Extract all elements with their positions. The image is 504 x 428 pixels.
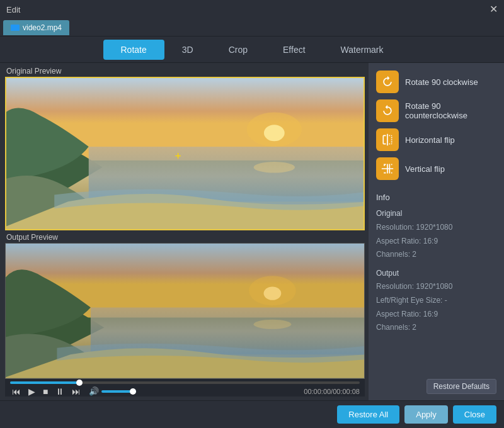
svg-point-10: [254, 320, 292, 329]
svg-text:+: +: [175, 150, 181, 162]
volume-slider[interactable]: [101, 390, 136, 393]
vflip-label: Vertical flip: [405, 164, 445, 174]
preview-panel: Original Preview: [0, 63, 369, 400]
skip-to-start-button[interactable]: ⏮: [10, 386, 23, 397]
original-channels: Channels: 2: [376, 248, 496, 262]
rotate-cw-button[interactable]: Rotate 90 clockwise: [376, 69, 496, 94]
info-section: Info Original Resolution: 1920*1080 Aspe…: [376, 190, 496, 340]
original-info-label: Original: [376, 207, 496, 221]
right-panel: Rotate 90 clockwise Rotate 90 counterclo…: [369, 63, 504, 400]
rotate-ccw-label: Rotate 90 counterclockwise: [405, 101, 496, 120]
progress-fill: [10, 381, 80, 384]
svg-point-8: [264, 286, 282, 300]
pause-button[interactable]: ⏸: [54, 386, 66, 397]
file-tab-bar: video2.mp4: [0, 19, 504, 37]
tab-effect[interactable]: Effect: [265, 40, 323, 60]
original-aspect-ratio: Aspect Ratio: 16:9: [376, 235, 496, 249]
file-tab-label: video2.mp4: [23, 23, 62, 32]
original-info-group: Resolution: 1920*1080 Aspect Ratio: 16:9…: [376, 221, 496, 262]
close-button[interactable]: Close: [453, 405, 496, 424]
output-channels: Channels: 2: [376, 321, 496, 335]
original-resolution: Resolution: 1920*1080: [376, 221, 496, 235]
original-video-frame: +: [5, 77, 365, 230]
output-eye-size: Left/Right Eye Size: -: [376, 294, 496, 308]
tab-3d[interactable]: 3D: [164, 40, 211, 60]
original-video-svg: +: [6, 78, 364, 229]
output-resolution: Resolution: 1920*1080: [376, 280, 496, 294]
rotate-cw-label: Rotate 90 clockwise: [405, 77, 478, 87]
rotate-ccw-button[interactable]: Rotate 90 counterclockwise: [376, 98, 496, 123]
progress-thumb: [76, 380, 83, 386]
info-header: Info: [376, 190, 496, 205]
output-video-svg: [6, 244, 364, 378]
svg-point-2: [264, 125, 285, 141]
original-preview: +: [5, 77, 365, 230]
svg-point-4: [254, 162, 295, 172]
tab-crop[interactable]: Crop: [211, 40, 265, 60]
file-tab[interactable]: video2.mp4: [3, 20, 69, 35]
title-bar: Edit ✕: [0, 0, 504, 19]
vflip-svg: [381, 162, 394, 175]
rotate-cw-icon: [376, 70, 399, 93]
hflip-icon: [376, 128, 399, 151]
hflip-label: Horizontal flip: [405, 135, 455, 145]
restore-defaults-button[interactable]: Restore Defaults: [427, 379, 496, 394]
tab-rotate[interactable]: Rotate: [103, 40, 164, 60]
volume-icon: 🔊: [89, 386, 99, 396]
output-preview-label: Output Preview: [5, 233, 365, 242]
original-preview-label: Original Preview: [5, 67, 365, 76]
play-button[interactable]: ▶: [26, 386, 37, 397]
skip-to-end-button[interactable]: ⏭: [70, 386, 83, 397]
output-aspect-ratio: Aspect Ratio: 16:9: [376, 308, 496, 322]
rotate-ccw-icon: [376, 99, 399, 122]
output-preview: ⏮ ▶ ■ ⏸ ⏭ 🔊 00:00:00/00:00:08: [5, 243, 365, 397]
stop-button[interactable]: ■: [41, 386, 50, 397]
hflip-svg: [381, 133, 394, 146]
rotate-ccw-svg: [381, 104, 394, 117]
bottom-bar: Restore All Apply Close: [0, 400, 504, 428]
controls-row: ⏮ ▶ ■ ⏸ ⏭ 🔊 00:00:00/00:00:08: [10, 386, 360, 397]
edit-tabs: Rotate 3D Crop Effect Watermark: [0, 37, 504, 63]
tab-watermark[interactable]: Watermark: [323, 40, 401, 60]
vflip-icon: [376, 157, 399, 180]
file-icon: [11, 25, 20, 31]
hflip-button[interactable]: Horizontal flip: [376, 127, 496, 152]
main-content: Original Preview: [0, 63, 504, 400]
progress-bar[interactable]: [10, 381, 360, 384]
output-video-frame: [5, 243, 365, 379]
close-window-button[interactable]: ✕: [490, 4, 498, 14]
volume-thumb: [130, 388, 136, 395]
time-display: 00:00:00/00:00:08: [304, 388, 360, 395]
video-controls: ⏮ ▶ ■ ⏸ ⏭ 🔊 00:00:00/00:00:08: [5, 379, 365, 397]
apply-button[interactable]: Apply: [404, 405, 448, 424]
restore-all-button[interactable]: Restore All: [337, 405, 399, 424]
title-bar-title: Edit: [6, 5, 20, 14]
output-info-label: Output: [376, 267, 496, 281]
output-info-group: Resolution: 1920*1080 Left/Right Eye Siz…: [376, 280, 496, 334]
rotate-cw-svg: [381, 76, 394, 88]
vflip-button[interactable]: Vertical flip: [376, 156, 496, 181]
volume-area: 🔊: [89, 386, 136, 396]
